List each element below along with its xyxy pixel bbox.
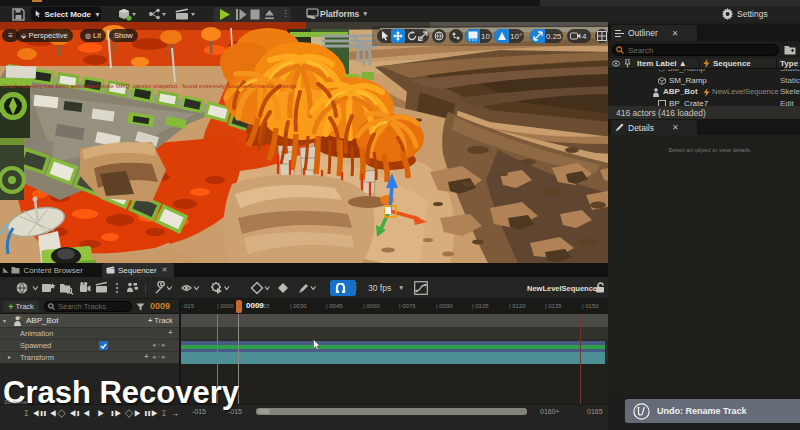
svg-text:Crash recovery has been autosa: Crash recovery has been autosaved since … <box>2 83 297 89</box>
